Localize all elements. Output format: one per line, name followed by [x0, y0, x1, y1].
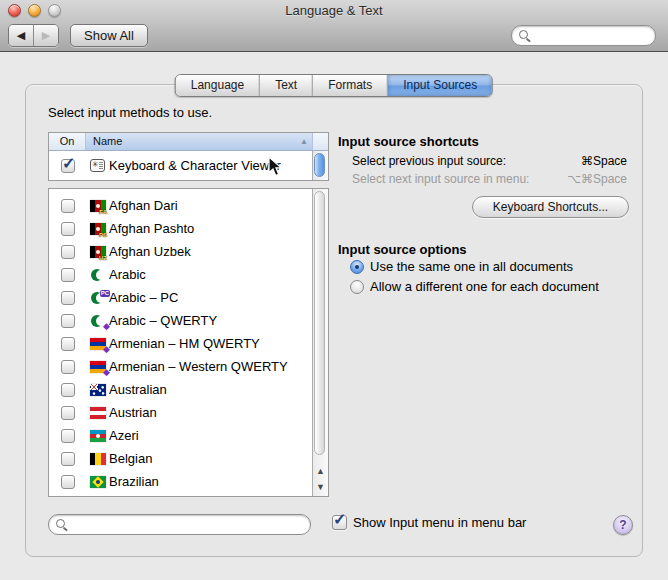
row-label: Arabic – PC: [109, 290, 178, 305]
zoom-button[interactable]: [48, 4, 61, 17]
list-item[interactable]: ◆ Arabic – QWERTY: [49, 309, 313, 332]
row-checkbox[interactable]: [61, 291, 75, 305]
language-flag-icon: PC: [90, 292, 106, 304]
help-button[interactable]: ?: [613, 515, 633, 535]
tab-text[interactable]: Text: [259, 75, 312, 96]
row-checkbox[interactable]: [61, 337, 75, 351]
language-flag-icon: [90, 430, 106, 442]
list-item[interactable]: Australian: [49, 378, 313, 401]
toolbar-search-field[interactable]: [511, 25, 656, 46]
language-flag-icon: ◆: [90, 338, 106, 350]
search-icon: [56, 519, 65, 528]
flag-badge: ◆: [103, 322, 110, 331]
back-button[interactable]: ◀: [9, 25, 34, 46]
shortcut-row-next: Select next input source in menu: ⌥⌘Spac…: [352, 172, 627, 186]
radio-button-selected[interactable]: [350, 260, 364, 274]
keyboard-shortcuts-button[interactable]: Keyboard Shortcuts...: [472, 196, 629, 218]
titlebar[interactable]: Language & Text: [0, 0, 668, 22]
flag-badge: FA: [99, 209, 107, 215]
row-label: Brazilian: [109, 474, 159, 489]
flag-badge: UZ: [99, 255, 107, 261]
radio-different-document[interactable]: Allow a different one for each document: [350, 279, 599, 294]
list-item[interactable]: Arabic: [49, 263, 313, 286]
row-checkbox[interactable]: [61, 360, 75, 374]
radio-button[interactable]: [350, 280, 364, 294]
row-checkbox[interactable]: [61, 222, 75, 236]
keyboard-viewer-icon: [90, 159, 105, 172]
filter-search-input[interactable]: [69, 516, 306, 533]
row-checkbox[interactable]: [61, 429, 75, 443]
minimize-button[interactable]: [28, 4, 41, 17]
language-flag-icon: ◆: [90, 361, 106, 373]
row-checkbox[interactable]: [61, 159, 75, 173]
shortcuts-heading: Input source shortcuts: [338, 134, 479, 149]
filter-search-field[interactable]: [48, 514, 311, 535]
flag-badge: PC: [100, 290, 110, 297]
checkbox-label: Show Input menu in menu bar: [353, 515, 526, 530]
tab-formats[interactable]: Formats: [312, 75, 387, 96]
row-label: Australian: [109, 382, 167, 397]
list-item[interactable]: ◆ Armenian – Western QWERTY: [49, 355, 313, 378]
list-item[interactable]: PS Afghan Pashto: [49, 217, 313, 240]
list-item[interactable]: ◆ Armenian – HM QWERTY: [49, 332, 313, 355]
language-flag-icon: [90, 384, 106, 396]
language-flag-icon: [90, 476, 106, 488]
scrollbar-thumb[interactable]: [314, 191, 325, 455]
forward-button[interactable]: ▶: [34, 25, 58, 46]
pinned-row-keyboard-viewer[interactable]: Keyboard & Character Viewer: [49, 151, 328, 180]
tab-input-sources[interactable]: Input Sources: [387, 75, 492, 96]
pane-heading: Select input methods to use.: [48, 105, 212, 120]
scroll-down-button[interactable]: ▼: [313, 479, 328, 495]
tab-bar: Language Text Formats Input Sources: [175, 74, 493, 97]
row-label: Afghan Pashto: [109, 221, 194, 236]
row-checkbox[interactable]: [61, 383, 75, 397]
row-label: Belgian: [109, 451, 152, 466]
flag-badge: ◆: [103, 368, 110, 377]
options-heading: Input source options: [338, 242, 467, 257]
language-flag-icon: [90, 453, 106, 465]
flag-badge: PS: [99, 232, 107, 238]
list-item[interactable]: Azeri: [49, 424, 313, 447]
language-and-text-window: { "window": { "title": "Language & Text"…: [0, 0, 668, 580]
show-input-menu-option[interactable]: Show Input menu in menu bar: [332, 515, 526, 530]
pinned-scrollbar[interactable]: [312, 151, 328, 180]
language-flag-icon: PS: [90, 223, 106, 235]
show-all-button[interactable]: Show All: [70, 24, 148, 47]
shortcut-row-previous: Select previous input source: ⌘Space: [352, 154, 627, 168]
column-header-on[interactable]: On: [49, 133, 86, 150]
row-checkbox[interactable]: [61, 475, 75, 489]
row-checkbox[interactable]: [61, 245, 75, 259]
close-button[interactable]: [8, 4, 21, 17]
row-checkbox[interactable]: [61, 452, 75, 466]
row-checkbox[interactable]: [61, 199, 75, 213]
scroll-up-button[interactable]: ▲: [313, 463, 328, 479]
list-item[interactable]: Belgian: [49, 447, 313, 470]
radio-label: Allow a different one for each document: [370, 279, 599, 294]
list-item[interactable]: Austrian: [49, 401, 313, 424]
row-label: Arabic: [109, 267, 146, 282]
list-item[interactable]: UZ Afghan Uzbek: [49, 240, 313, 263]
list-item[interactable]: PC Arabic – PC: [49, 286, 313, 309]
shortcut-label: Select previous input source:: [352, 154, 506, 168]
row-label: Keyboard & Character Viewer: [109, 158, 281, 173]
list-item[interactable]: FA Afghan Dari: [49, 194, 313, 217]
radio-same-document[interactable]: Use the same one in all documents: [350, 259, 573, 274]
scrollbar-arrows: ▲ ▼: [313, 463, 328, 495]
toolbar-search-input[interactable]: [532, 27, 651, 44]
flag-badge: ◆: [103, 345, 110, 354]
toolbar: ◀ ▶ Show All: [0, 22, 668, 51]
list-item[interactable]: Brazilian: [49, 470, 313, 493]
nav-buttons: ◀ ▶: [8, 24, 59, 47]
column-header-name[interactable]: Name ▲: [86, 133, 312, 150]
row-label: Armenian – HM QWERTY: [109, 336, 260, 351]
list-scrollbar[interactable]: ▲ ▼: [312, 189, 328, 496]
shortcut-label: Select next input source in menu:: [352, 172, 529, 186]
tab-language[interactable]: Language: [176, 75, 259, 96]
row-label: Afghan Uzbek: [109, 244, 191, 259]
show-input-menu-checkbox[interactable]: [332, 515, 347, 530]
row-checkbox[interactable]: [61, 406, 75, 420]
row-checkbox[interactable]: [61, 314, 75, 328]
row-checkbox[interactable]: [61, 268, 75, 282]
scrollbar-thumb[interactable]: [314, 153, 325, 177]
table-header: On Name ▲: [49, 133, 328, 151]
